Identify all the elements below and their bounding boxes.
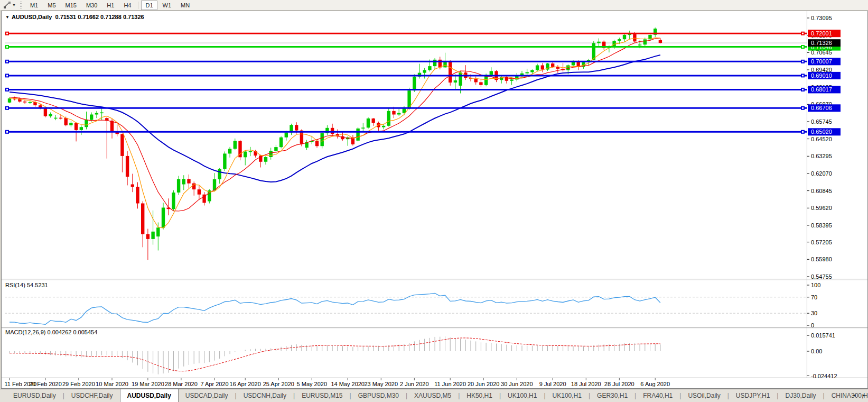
candle-body (510, 79, 513, 80)
candle-body (182, 179, 185, 184)
date-tick-label[interactable]: 19 Mar 2020 (132, 381, 164, 387)
hline-right-handle-dot (802, 46, 804, 48)
candle-body (551, 63, 554, 67)
tab-uk100-h1[interactable]: UK100,H1 (546, 389, 589, 402)
candle-body (356, 129, 359, 141)
candle-body (126, 156, 129, 177)
candle-body (198, 189, 201, 195)
date-tick-label[interactable]: 9 Jul 2020 (539, 381, 566, 387)
date-tick-label[interactable]: 20 Feb 2020 (29, 381, 62, 387)
tab-audusd-daily[interactable]: AUDUSD,Daily (120, 389, 179, 402)
resistance-label-text: 0.72001 (811, 30, 832, 36)
candle-body (459, 72, 462, 86)
period-button-M30[interactable]: M30 (82, 1, 101, 10)
candle-body (623, 35, 626, 39)
hline-right-handle-dot (802, 107, 804, 109)
candle-body (433, 60, 436, 66)
period-button-M15[interactable]: M15 (61, 1, 81, 10)
tab-ger30-h1[interactable]: GER30,H1 (590, 389, 634, 402)
collapse-triangle-icon[interactable]: ▼ (5, 15, 10, 20)
level-label-text: 0.70007 (811, 58, 832, 65)
candle-body (526, 72, 529, 74)
period-button-M5[interactable]: M5 (43, 1, 60, 10)
tab-dj30-daily[interactable]: DJ30,Daily (778, 389, 823, 402)
chevron-down-icon[interactable]: ▼ (12, 3, 16, 7)
date-tick-label[interactable]: 29 Feb 2020 (62, 381, 95, 387)
candle-body (413, 77, 416, 90)
candle-body (49, 114, 52, 116)
tab-fra40-h1[interactable]: FRA40,H1 (636, 389, 679, 402)
rsi-tick-label: 30 (811, 310, 817, 316)
candle-body (54, 118, 57, 119)
candle-body (59, 118, 62, 119)
date-tick-label[interactable]: 18 Jul 2020 (571, 381, 601, 387)
period-button-H4[interactable]: H4 (119, 1, 135, 10)
chart-window: 0.730950.718700.706450.694200.681950.669… (1, 11, 868, 389)
tab-usdcad-daily[interactable]: USDCAD,Daily (179, 389, 235, 402)
candle-body (279, 138, 283, 147)
date-tick-label[interactable]: 20 Jun 2020 (468, 381, 500, 387)
rsi-value: 54.5231 (27, 282, 48, 288)
symbol-tabbar: EURUSD,Daily|USDCHF,DailyAUDUSD,DailyUSD… (0, 389, 868, 402)
candle-body (187, 179, 190, 183)
hline-left-handle-dot (6, 107, 8, 109)
candle-body (192, 184, 195, 190)
candle-body (177, 179, 180, 193)
tab-usoil-daily[interactable]: USOil,Daily (681, 389, 727, 402)
candle-body (315, 141, 319, 147)
period-button-MN[interactable]: MN (176, 1, 194, 10)
date-tick-label[interactable]: 16 Apr 2020 (230, 381, 261, 387)
date-tick-label[interactable]: 23 May 2020 (364, 381, 398, 387)
candle-body (254, 151, 257, 156)
price-tick-label: 0.73095 (811, 15, 832, 21)
price-tick-label: 0.62070 (811, 170, 832, 177)
candle-body (131, 185, 134, 187)
candle-body (454, 80, 457, 83)
tab-hk50-h1[interactable]: HK50,H1 (460, 389, 499, 402)
macd-label: MACD(12,26,9) 0.004262 0.005454 (5, 329, 97, 335)
tab-uk100-h1[interactable]: UK100,H1 (501, 389, 544, 402)
date-tick-label[interactable]: 25 Apr 2020 (263, 381, 294, 387)
candle-body (120, 134, 124, 156)
candle-body (443, 62, 446, 68)
date-tick-label[interactable]: 11 Jun 2020 (434, 381, 466, 387)
date-tick-label[interactable]: 14 May 2020 (331, 381, 365, 387)
date-tick-label[interactable]: 7 Apr 2020 (200, 381, 228, 387)
candle-body (29, 102, 32, 103)
tab-usdcnh-daily[interactable]: USDCNH,Daily (237, 389, 293, 402)
date-tick-label[interactable]: 10 Mar 2020 (96, 381, 128, 387)
tab-usdchf-daily[interactable]: USDCHF,Daily (64, 389, 120, 402)
date-tick-label[interactable]: 6 Aug 2020 (640, 381, 670, 387)
chart-canvas[interactable]: 0.730950.718700.706450.694200.681950.669… (2, 11, 867, 388)
date-tick-label[interactable]: 28 Jul 2020 (604, 381, 634, 387)
candle-body (146, 234, 150, 239)
tab-scroll-right-icon[interactable]: ► (862, 393, 866, 398)
date-tick-label[interactable]: 5 May 2020 (297, 381, 327, 387)
rsi-tick-label: 0 (811, 322, 814, 328)
date-tick-label[interactable]: 2 Jun 2020 (400, 381, 428, 387)
tab-eurusd-m15[interactable]: EURUSD,M15 (295, 389, 349, 402)
candle-body (90, 115, 93, 120)
date-tick-label[interactable]: 30 Jun 2020 (501, 381, 533, 387)
tab-usdjpy-h1[interactable]: USDJPY,H1 (729, 389, 777, 402)
tab-xauusd-m5[interactable]: XAUUSD,M5 (407, 389, 458, 402)
tab-eurusd-daily[interactable]: EURUSD,Daily (6, 389, 63, 402)
level-label-text: 0.66706 (811, 105, 832, 111)
hline-right-handle-dot (802, 61, 804, 62)
tab-scroll-left-icon[interactable]: ◄ (852, 393, 856, 398)
period-button-D1[interactable]: D1 (141, 1, 157, 10)
period-button-M1[interactable]: M1 (26, 1, 42, 10)
tab-gbpusd-m30[interactable]: GBPUSD,M30 (351, 389, 406, 402)
candle-body (397, 113, 400, 115)
candle-body (44, 108, 47, 116)
chart-cursor-icon[interactable] (2, 1, 12, 10)
price-tick-label: 0.58395 (811, 222, 832, 229)
toolbar-gripper (20, 2, 22, 8)
price-tick-label: 0.57205 (811, 239, 832, 245)
candle-body (218, 169, 221, 179)
period-button-W1[interactable]: W1 (158, 1, 176, 10)
period-button-H1[interactable]: H1 (102, 1, 118, 10)
date-tick-label[interactable]: 28 Mar 2020 (165, 381, 198, 387)
candle-body (162, 208, 165, 228)
rsi-tick-label: 100 (811, 282, 820, 288)
